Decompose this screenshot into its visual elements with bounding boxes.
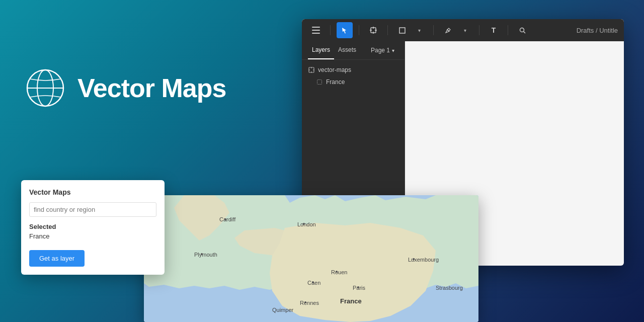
text-tool[interactable]: T <box>486 22 502 38</box>
svg-text:London: London <box>297 221 316 227</box>
search-input[interactable] <box>29 202 156 217</box>
svg-rect-24 <box>312 30 320 31</box>
svg-rect-31 <box>399 28 405 33</box>
svg-line-33 <box>523 31 525 33</box>
sidebar-tabs: Layers Assets Page 1 ▾ <box>302 41 405 60</box>
svg-rect-25 <box>312 33 320 34</box>
svg-point-11 <box>336 271 338 273</box>
hero-section: Vector Maps <box>0 0 302 176</box>
frame-icon <box>308 66 315 73</box>
svg-text:Plymouth: Plymouth <box>194 252 217 258</box>
layers-panel: vector-maps France <box>302 60 405 92</box>
svg-point-17 <box>413 258 415 260</box>
svg-point-5 <box>224 218 226 220</box>
page-dropdown-icon: ▾ <box>392 48 394 53</box>
svg-point-20 <box>304 301 306 303</box>
select-tool[interactable] <box>337 22 353 38</box>
component-icon <box>316 78 323 86</box>
pen-dropdown[interactable]: ▾ <box>457 22 473 38</box>
frame-tool[interactable] <box>365 22 381 38</box>
layer-name-france: France <box>326 78 345 86</box>
tool-group-select <box>337 22 353 38</box>
figma-titlebar: ▾ ▾ T Drafts / Untitle <box>302 19 624 41</box>
tool-group-pen: ▾ <box>440 22 473 38</box>
svg-text:Strasbourg: Strasbourg <box>436 285 463 291</box>
toolbar-separator-2 <box>359 25 359 35</box>
map-window: Cardiff London Plymouth Rouen Caen Paris… <box>144 195 478 322</box>
svg-point-7 <box>303 223 305 225</box>
svg-point-32 <box>520 28 524 32</box>
pen-tool[interactable] <box>440 22 456 38</box>
toolbar-separator-3 <box>387 25 388 35</box>
svg-text:Luxembourg: Luxembourg <box>408 257 439 263</box>
plugin-title: Vector Maps <box>29 188 156 196</box>
selected-label: Selected <box>29 223 156 230</box>
svg-text:Quimper: Quimper <box>272 307 294 313</box>
layer-item-france[interactable]: France <box>302 76 405 88</box>
layer-name-vector-maps: vector-maps <box>318 66 351 73</box>
toolbar-separator-6 <box>508 25 508 35</box>
layer-item-vector-maps[interactable]: vector-maps <box>302 64 405 76</box>
svg-point-15 <box>357 286 359 288</box>
get-layer-button[interactable]: Get as layer <box>29 250 85 267</box>
search-tool[interactable] <box>514 22 530 38</box>
tab-assets[interactable]: Assets <box>334 41 360 59</box>
toolbar-separator-4 <box>433 25 434 35</box>
toolbar-separator-5 <box>479 25 479 35</box>
tool-group-shape: ▾ <box>394 22 427 38</box>
shape-tool[interactable] <box>394 22 410 38</box>
svg-rect-39 <box>317 80 322 85</box>
svg-text:France: France <box>340 297 362 305</box>
toolbar-separator-1 <box>330 25 331 35</box>
page-label: Page 1 <box>371 47 390 54</box>
tab-layers[interactable]: Layers <box>308 41 334 59</box>
svg-text:Caen: Caen <box>307 280 320 286</box>
svg-point-13 <box>312 281 314 283</box>
breadcrumb: Drafts / Untitle <box>577 27 618 34</box>
svg-text:Rouen: Rouen <box>331 269 347 275</box>
svg-text:Cardiff: Cardiff <box>219 216 236 222</box>
hero-title: Vector Maps <box>77 73 226 103</box>
globe-icon <box>25 68 65 108</box>
shape-dropdown[interactable]: ▾ <box>411 22 427 38</box>
svg-point-9 <box>201 253 203 255</box>
plugin-window: Vector Maps Selected France Get as layer <box>21 180 165 275</box>
selected-value: France <box>29 232 156 240</box>
svg-text:Rennes: Rennes <box>300 300 319 306</box>
svg-text:Paris: Paris <box>353 285 366 291</box>
svg-rect-23 <box>312 27 320 28</box>
menu-icon[interactable] <box>308 22 324 38</box>
tool-group-frame <box>365 22 381 38</box>
page-selector[interactable]: Page 1 ▾ <box>367 41 398 59</box>
